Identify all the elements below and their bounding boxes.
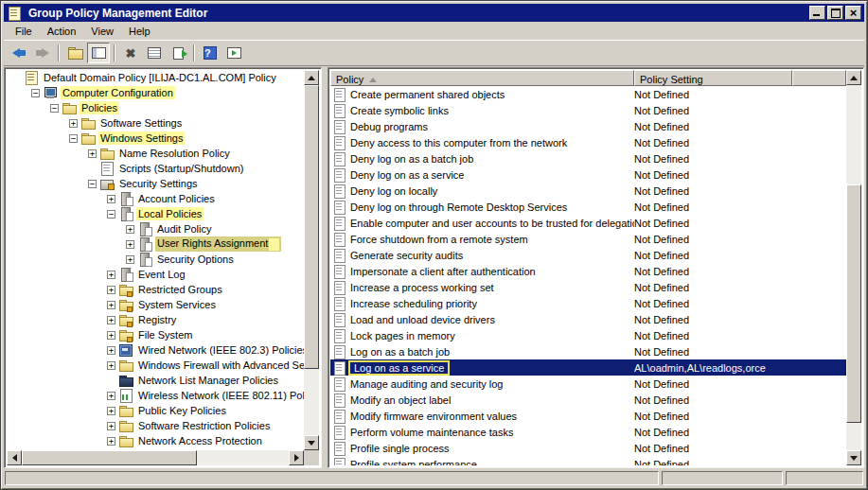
policy-row-force-shutdown-from-a-remote-system[interactable]: Force shutdown from a remote systemNot D…	[330, 231, 846, 247]
expand-expand-icon[interactable]: +	[107, 422, 115, 430]
show-action-pane-button[interactable]	[222, 43, 245, 63]
expand-collapse-icon[interactable]: −	[69, 134, 78, 143]
policy-row-profile-single-process[interactable]: Profile single processNot Defined	[330, 440, 846, 456]
scroll-right-icon[interactable]	[289, 450, 304, 465]
maximize-button[interactable]	[827, 6, 843, 20]
export-list-button[interactable]	[167, 43, 189, 63]
expand-expand-icon[interactable]: +	[126, 240, 134, 249]
tree-item-system-services[interactable]: +System Services	[7, 297, 304, 312]
tree-item-windows-firewall-with-advanced-security[interactable]: +Windows Firewall with Advanced Security	[7, 358, 304, 373]
help-button[interactable]	[199, 43, 221, 63]
tree-item-registry[interactable]: +Registry	[7, 312, 304, 327]
scroll-down-icon[interactable]	[846, 450, 861, 465]
tree-item-wired-network-ieee-802-3-policies[interactable]: +Wired Network (IEEE 802.3) Policies	[7, 342, 304, 358]
close-button[interactable]	[845, 6, 861, 20]
policy-row-profile-system-performance[interactable]: Profile system performanceNot Defined	[330, 456, 846, 465]
tree-item-account-policies[interactable]: +Account Policies	[7, 191, 304, 206]
expand-collapse-icon[interactable]: −	[50, 104, 59, 113]
expand-expand-icon[interactable]: +	[107, 301, 115, 309]
policy-row-deny-log-on-as-a-batch-job[interactable]: Deny log on as a batch jobNot Defined	[330, 150, 846, 166]
expand-expand-icon[interactable]: +	[107, 361, 115, 370]
column-header-policy-setting[interactable]: Policy Setting	[634, 70, 792, 86]
policy-row-create-symbolic-links[interactable]: Create symbolic linksNot Defined	[330, 102, 846, 118]
expand-expand-icon[interactable]: +	[88, 149, 97, 158]
scroll-up-icon[interactable]	[304, 70, 319, 85]
tree-item-wireless-network-ieee-802-11-policies[interactable]: +Wireless Network (IEEE 802.11) Policies	[7, 388, 304, 403]
tree-item-name-resolution-policy[interactable]: +Name Resolution Policy	[7, 146, 304, 161]
tree-item-windows-settings[interactable]: −Windows Settings	[7, 131, 304, 146]
tree-item-file-system[interactable]: +File System	[7, 327, 304, 342]
expand-expand-icon[interactable]: +	[126, 225, 134, 234]
expand-expand-icon[interactable]: +	[107, 195, 115, 203]
expand-expand-icon[interactable]: +	[69, 119, 78, 128]
tree-item-local-policies[interactable]: −Local Policies	[7, 206, 304, 221]
policy-row-generate-security-audits[interactable]: Generate security auditsNot Defined	[330, 247, 846, 263]
policy-row-modify-an-object-label[interactable]: Modify an object labelNot Defined	[330, 392, 846, 408]
expand-expand-icon[interactable]: +	[107, 392, 115, 400]
tree-item-user-rights-assignment[interactable]: +User Rights Assignment	[7, 236, 304, 252]
tree-vscroll-thumb[interactable]	[304, 85, 319, 369]
tree-item-public-key-policies[interactable]: +Public Key Policies	[7, 403, 304, 418]
expand-expand-icon[interactable]: +	[107, 331, 115, 340]
policy-row-deny-log-on-through-remote-desktop-services[interactable]: Deny log on through Remote Desktop Servi…	[330, 199, 846, 215]
policy-row-manage-auditing-and-security-log[interactable]: Manage auditing and security logNot Defi…	[330, 376, 846, 392]
policy-row-increase-scheduling-priority[interactable]: Increase scheduling priorityNot Defined	[330, 295, 846, 311]
policy-row-deny-log-on-locally[interactable]: Deny log on locallyNot Defined	[330, 183, 846, 199]
expand-collapse-icon[interactable]: −	[107, 210, 115, 219]
tree-item-audit-policy[interactable]: +Audit Policy	[7, 221, 304, 236]
policy-row-modify-firmware-environment-values[interactable]: Modify firmware environment valuesNot De…	[330, 408, 846, 424]
minimize-button[interactable]	[809, 6, 825, 20]
tree-hscroll-thumb[interactable]	[22, 450, 197, 465]
policy-row-lock-pages-in-memory[interactable]: Lock pages in memoryNot Defined	[330, 327, 846, 343]
tree-item-network-list-manager-policies[interactable]: Network List Manager Policies	[7, 373, 304, 388]
tree-item-event-log[interactable]: +Event Log	[7, 267, 304, 282]
policy-row-deny-access-to-this-computer-from-the-network[interactable]: Deny access to this computer from the ne…	[330, 134, 846, 150]
policy-row-impersonate-a-client-after-authentication[interactable]: Impersonate a client after authenticatio…	[330, 263, 846, 279]
expand-expand-icon[interactable]: +	[107, 271, 115, 279]
expand-collapse-icon[interactable]: −	[88, 180, 97, 188]
menu-help[interactable]: Help	[121, 24, 158, 39]
expand-expand-icon[interactable]: +	[126, 255, 134, 264]
tree-vertical-scrollbar[interactable]	[304, 70, 319, 450]
menu-action[interactable]: Action	[40, 24, 84, 39]
tree-item-restricted-groups[interactable]: +Restricted Groups	[7, 282, 304, 297]
list-vscroll-thumb[interactable]	[846, 184, 861, 423]
expand-collapse-icon[interactable]: −	[31, 89, 40, 97]
forward-button[interactable]	[31, 43, 54, 63]
policy-row-increase-a-process-working-set[interactable]: Increase a process working setNot Define…	[330, 279, 846, 295]
expand-expand-icon[interactable]: +	[107, 437, 115, 446]
properties-button[interactable]	[143, 43, 166, 63]
policy-row-deny-log-on-as-a-service[interactable]: Deny log on as a serviceNot Defined	[330, 166, 846, 183]
scroll-left-icon[interactable]	[7, 450, 22, 465]
tree-item-software-restriction-policies[interactable]: +Software Restriction Policies	[7, 418, 304, 433]
policy-row-load-and-unload-device-drivers[interactable]: Load and unload device driversNot Define…	[330, 311, 846, 327]
show-console-tree-button[interactable]	[87, 43, 110, 63]
scroll-up-icon[interactable]	[846, 70, 861, 85]
delete-button[interactable]	[119, 43, 142, 63]
tree-item-policies[interactable]: −Policies	[7, 100, 304, 115]
column-header-policy[interactable]: Policy	[330, 70, 634, 86]
expand-expand-icon[interactable]: +	[107, 346, 115, 355]
tree-item-scripts-startup-shutdown[interactable]: Scripts (Startup/Shutdown)	[7, 161, 304, 176]
tree-item-default-domain-policy-ilija-dc1-al-com-policy[interactable]: Default Domain Policy [ILIJA-DC1.AL.COM]…	[7, 70, 304, 85]
expand-expand-icon[interactable]: +	[107, 286, 115, 294]
expand-expand-icon[interactable]: +	[107, 316, 115, 324]
policy-row-create-permanent-shared-objects[interactable]: Create permanent shared objectsNot Defin…	[330, 86, 846, 102]
tree-horizontal-scrollbar[interactable]	[7, 450, 304, 465]
policy-row-log-on-as-a-service[interactable]: Log on as a serviceAL\oadmin,AL\readlogs…	[330, 359, 846, 376]
policy-row-enable-computer-and-user-accounts-to-be-trusted-for-delegation[interactable]: Enable computer and user accounts to be …	[330, 215, 846, 231]
menu-view[interactable]: View	[83, 24, 121, 39]
policy-row-debug-programs[interactable]: Debug programsNot Defined	[330, 118, 846, 134]
expand-expand-icon[interactable]: +	[107, 407, 115, 415]
scroll-down-icon[interactable]	[304, 435, 319, 450]
tree-item-security-settings[interactable]: −Security Settings	[7, 176, 304, 191]
up-folder-button[interactable]	[63, 43, 86, 63]
policy-row-log-on-as-a-batch-job[interactable]: Log on as a batch jobNot Defined	[330, 343, 846, 359]
list-vertical-scrollbar[interactable]	[846, 70, 861, 465]
tree-item-computer-configuration[interactable]: −Computer Configuration	[7, 85, 304, 100]
policy-row-perform-volume-maintenance-tasks[interactable]: Perform volume maintenance tasksNot Defi…	[330, 424, 846, 440]
tree-item-security-options[interactable]: +Security Options	[7, 252, 304, 267]
back-button[interactable]	[8, 43, 30, 63]
tree-item-software-settings[interactable]: +Software Settings	[7, 115, 304, 131]
menu-file[interactable]: File	[8, 24, 40, 39]
